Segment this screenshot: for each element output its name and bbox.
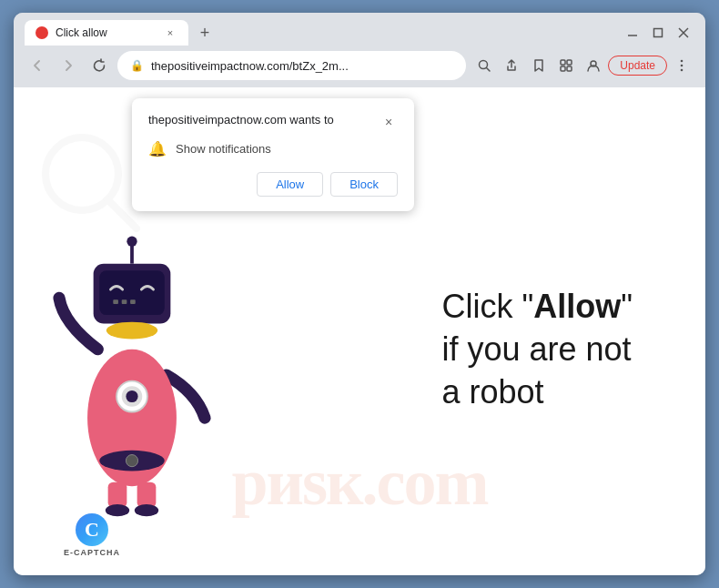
search-icon-button[interactable] [471,53,497,78]
popup-permission-row: 🔔 Show notifications [148,140,398,157]
minimize-button[interactable] [622,22,643,44]
robot-illustration [41,229,223,521]
svg-rect-1 [654,29,663,37]
browser-content: thepositiveimpactnow.com wants to × 🔔 Sh… [14,87,705,575]
block-button[interactable]: Block [330,172,398,197]
active-tab[interactable]: Click allow × [25,20,188,46]
svg-rect-19 [113,299,118,304]
svg-point-24 [106,322,157,340]
svg-rect-20 [122,299,127,304]
tab-close-button[interactable]: × [163,25,177,40]
browser-window: Click allow × + [14,13,705,575]
captcha-text-area: Click "Allow" if you are not a robot [441,286,633,413]
allow-button[interactable]: Allow [257,172,323,197]
refresh-button[interactable] [86,53,112,78]
tab-title: Click allow [56,26,156,39]
popup-close-button[interactable]: × [380,113,398,131]
share-icon-button[interactable] [499,53,524,78]
ecaptcha-icon: C [76,513,108,546]
captcha-line3: a robot [441,372,543,410]
svg-point-34 [135,504,158,516]
popup-header: thepositiveimpactnow.com wants to × [148,113,398,131]
captcha-line1-suffix: " [621,288,633,325]
toolbar: 🔒 thepositiveimpactnow.com/btZx_2m... Up… [14,46,705,87]
svg-rect-6 [561,60,565,65]
svg-rect-8 [561,66,565,71]
svg-point-13 [681,69,684,72]
svg-point-23 [127,237,137,247]
update-button[interactable]: Update [608,56,667,76]
maximize-button[interactable] [647,22,669,44]
svg-rect-31 [108,482,127,508]
close-button[interactable] [673,22,694,44]
svg-point-27 [126,455,137,467]
url-text: thepositiveimpactnow.com/btZx_2m... [151,59,453,73]
toolbar-actions: Update [471,53,694,78]
svg-rect-9 [567,66,572,71]
robot-svg [41,229,223,521]
tab-favicon [35,26,48,39]
ecaptcha-logo: C E-CAPTCHA [64,513,120,557]
popup-buttons: Allow Block [148,172,398,197]
tab-area: Click allow × + [25,20,614,46]
notification-popup: thepositiveimpactnow.com wants to × 🔔 Sh… [132,98,414,211]
svg-point-30 [126,390,137,402]
profile-icon-button[interactable] [581,53,606,78]
svg-rect-7 [567,60,572,65]
window-controls [622,22,694,44]
captcha-line2: if you are not [441,330,631,368]
popup-site-text: thepositiveimpactnow.com wants to [148,113,334,127]
extension-icon-button[interactable] [553,53,579,78]
captcha-main-text: Click "Allow" if you are not a robot [441,286,633,413]
bookmark-icon-button[interactable] [526,53,552,78]
menu-button[interactable] [669,53,694,78]
svg-rect-32 [137,482,157,508]
bell-icon: 🔔 [148,140,167,157]
lock-icon: 🔒 [130,59,144,72]
watermark-text: риsк.com [232,445,488,521]
address-bar[interactable]: 🔒 thepositiveimpactnow.com/btZx_2m... [117,51,466,80]
svg-rect-18 [99,270,165,315]
ecaptcha-label: E-CAPTCHA [64,548,120,557]
permission-text: Show notifications [176,142,271,156]
svg-line-5 [487,68,491,72]
new-tab-button[interactable]: + [192,20,218,46]
svg-rect-21 [130,299,136,304]
captcha-line1-prefix: Click " [441,288,533,325]
captcha-allow-bold: Allow [533,288,621,325]
svg-point-11 [681,60,684,63]
forward-button[interactable] [56,53,81,78]
back-button[interactable] [25,53,50,78]
svg-point-12 [681,65,684,67]
title-bar: Click allow × + [14,13,705,46]
